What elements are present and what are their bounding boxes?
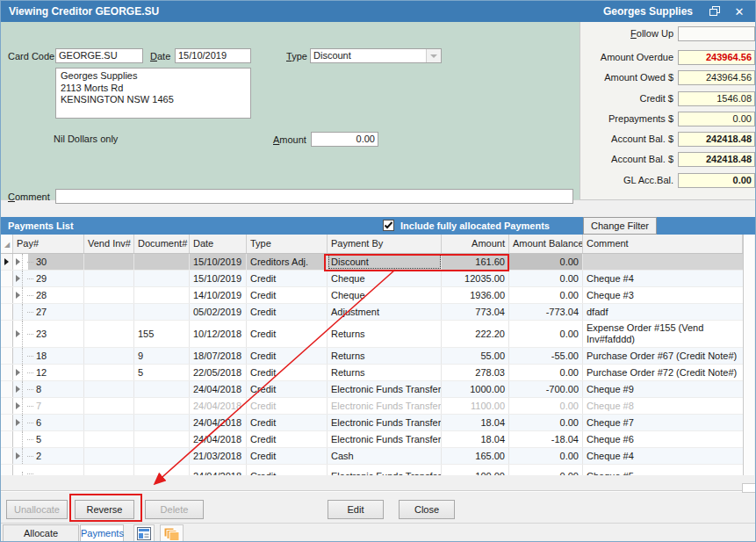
cell-date[interactable]: 24/04/2018 bbox=[190, 381, 247, 397]
include-allocated-checkbox[interactable] bbox=[383, 220, 394, 231]
cell-date[interactable]: 14/10/2019 bbox=[190, 287, 247, 303]
cell-document[interactable] bbox=[134, 448, 190, 464]
tab-allocate-payments[interactable]: Allocate Payments bbox=[3, 524, 79, 542]
payment-row-30[interactable]: 3015/10/2019Creditors Adj.Discount161.60… bbox=[1, 254, 754, 271]
expand-arrow-icon[interactable] bbox=[16, 275, 20, 282]
cell-amount[interactable]: 1000.00 bbox=[442, 381, 509, 397]
payment-row-12[interactable]: 12522/05/2018CreditReturns278.030.00Purc… bbox=[1, 365, 754, 381]
cell-document[interactable] bbox=[134, 415, 190, 430]
comment-field[interactable] bbox=[55, 189, 573, 204]
cell-document[interactable] bbox=[134, 398, 190, 414]
column-header-pay[interactable]: Pay# bbox=[13, 235, 84, 253]
cell-comment[interactable]: Purchase Order #67 (Credit Note#) bbox=[583, 348, 743, 364]
expand-arrow-icon[interactable] bbox=[16, 452, 20, 459]
cell-amount-balance[interactable]: -700.00 bbox=[509, 381, 583, 397]
cell-type[interactable]: Credit bbox=[247, 287, 328, 303]
cell-type[interactable]: Credit bbox=[247, 381, 328, 397]
cell-amount-balance[interactable]: 0.00 bbox=[509, 254, 583, 270]
cell-payment-by[interactable]: Discount bbox=[328, 254, 442, 270]
cell-document[interactable] bbox=[134, 304, 190, 320]
vertical-scrollbar[interactable] bbox=[743, 235, 754, 475]
payment-row-5[interactable]: 524/04/2018CreditElectronic Funds Transf… bbox=[1, 431, 754, 448]
cell-document[interactable] bbox=[134, 271, 190, 286]
cell-type[interactable]: Credit bbox=[247, 398, 328, 414]
cell-payment-by[interactable]: Returns bbox=[328, 321, 442, 347]
cell-vend-inv[interactable] bbox=[84, 348, 134, 364]
expand-arrow-icon[interactable] bbox=[16, 258, 20, 265]
address-box[interactable]: Georges Supplies 2113 Morts Rd KENSINGTO… bbox=[55, 68, 251, 119]
cell-vend-inv[interactable] bbox=[84, 398, 134, 414]
cell-comment[interactable]: Cheque #8 bbox=[583, 398, 743, 414]
cell-amount[interactable]: 12035.00 bbox=[442, 271, 509, 286]
cell-type[interactable]: Credit bbox=[247, 365, 328, 380]
cell-document[interactable] bbox=[134, 381, 190, 397]
cell-type[interactable]: Credit bbox=[247, 431, 328, 447]
cell-date[interactable]: 24/04/2018 bbox=[190, 415, 247, 430]
cell-date[interactable]: 24/04/2018 bbox=[190, 398, 247, 414]
cell-document[interactable] bbox=[134, 431, 190, 447]
reverse-button[interactable]: Reverse bbox=[75, 500, 134, 519]
cell-vend-inv[interactable] bbox=[84, 254, 134, 270]
column-header-vend-inv[interactable]: Vend Inv# bbox=[84, 235, 134, 253]
cell-amount-balance[interactable]: 0.00 bbox=[509, 448, 583, 464]
chevron-down-icon[interactable] bbox=[426, 49, 441, 62]
expand-arrow-icon[interactable] bbox=[16, 402, 20, 409]
cell-amount-balance[interactable]: 0.00 bbox=[509, 415, 583, 430]
expand-all-icon[interactable]: ◢ bbox=[1, 235, 13, 253]
cell-document[interactable]: 5 bbox=[134, 365, 190, 380]
cell-document[interactable] bbox=[134, 254, 190, 270]
cell-amount-balance[interactable]: 0.00 bbox=[509, 321, 583, 347]
cell-payment-by[interactable]: Electronic Funds Transfer bbox=[328, 431, 442, 447]
summary-field-credit[interactable]: 1546.08 bbox=[678, 91, 755, 106]
expand-arrow-icon[interactable] bbox=[16, 330, 20, 337]
cell-payment-by[interactable]: Cheque bbox=[328, 287, 442, 303]
cell-vend-inv[interactable] bbox=[84, 365, 134, 380]
cell-pay-number[interactable]: 5 bbox=[13, 431, 84, 447]
cell-amount[interactable]: 773.04 bbox=[442, 304, 509, 320]
cell-comment[interactable]: Cheque #7 bbox=[583, 415, 743, 430]
cell-payment-by[interactable]: Adjustment bbox=[328, 304, 442, 320]
cell-type[interactable]: Credit bbox=[247, 321, 328, 347]
cell-amount-balance[interactable]: -773.04 bbox=[509, 304, 583, 320]
cell-comment[interactable]: Cheque #4 bbox=[583, 448, 743, 464]
type-combobox[interactable]: Discount bbox=[310, 48, 442, 63]
expand-arrow-icon[interactable] bbox=[16, 419, 20, 426]
restore-window-button[interactable] bbox=[707, 4, 723, 19]
cell-payment-by[interactable]: Electronic Funds Transfer bbox=[328, 415, 442, 430]
column-header-payment-by[interactable]: Payment By bbox=[328, 235, 442, 253]
cell-date[interactable]: 24/04/2018 bbox=[190, 431, 247, 447]
summary-field-amount-owed[interactable]: 243964.56 bbox=[678, 70, 755, 85]
cell-payment-by[interactable]: Electronic Funds Transfer bbox=[328, 398, 442, 414]
summary-field-prepayments[interactable]: 0.00 bbox=[678, 112, 755, 126]
payment-row-18[interactable]: 18918/07/2018CreditReturns55.00-55.00Pur… bbox=[1, 348, 754, 365]
payment-row-8[interactable]: 824/04/2018CreditElectronic Funds Transf… bbox=[1, 381, 754, 398]
cell-type[interactable]: Creditors Adj. bbox=[247, 254, 328, 270]
cell-vend-inv[interactable] bbox=[84, 415, 134, 430]
cell-pay-number[interactable]: 8 bbox=[13, 381, 84, 397]
cell-amount[interactable]: 161.60 bbox=[442, 254, 509, 270]
cell-comment[interactable]: Purchase Order #72 (Credit Note#) bbox=[583, 365, 743, 380]
cell-amount-balance[interactable]: 0.00 bbox=[509, 465, 583, 475]
cell-date[interactable]: 15/10/2019 bbox=[190, 254, 247, 270]
cell-type[interactable]: Credit bbox=[247, 415, 328, 430]
cell-amount[interactable]: 18.04 bbox=[442, 415, 509, 430]
expand-arrow-icon[interactable] bbox=[16, 292, 20, 299]
edit-button[interactable]: Edit bbox=[328, 500, 384, 519]
cell-amount[interactable]: 278.03 bbox=[442, 365, 509, 380]
cell-amount-balance[interactable]: 0.00 bbox=[509, 271, 583, 286]
cell-date[interactable]: 05/02/2019 bbox=[190, 304, 247, 320]
cell-comment[interactable]: Cheque #5 bbox=[583, 465, 743, 475]
payment-row-29[interactable]: 2915/10/2019CreditCheque12035.000.00Cheq… bbox=[1, 271, 754, 287]
payment-row-7[interactable]: 724/04/2018CreditElectronic Funds Transf… bbox=[1, 398, 754, 415]
cell-comment[interactable]: Cheque #9 bbox=[583, 381, 743, 397]
cell-document[interactable] bbox=[134, 287, 190, 303]
column-header-amount[interactable]: Amount bbox=[442, 235, 509, 253]
cell-document[interactable]: 155 bbox=[134, 321, 190, 347]
column-header-comment[interactable]: Comment bbox=[583, 235, 743, 253]
cell-type[interactable]: Credit bbox=[247, 348, 328, 364]
cell-type[interactable]: Credit bbox=[247, 448, 328, 464]
cell-vend-inv[interactable] bbox=[84, 304, 134, 320]
payment-row-6[interactable]: 624/04/2018CreditElectronic Funds Transf… bbox=[1, 415, 754, 431]
cell-pay-number[interactable]: 18 bbox=[13, 348, 84, 364]
payment-row-partial[interactable]: 24/04/2018CreditElectronic Funds Transfe… bbox=[1, 465, 754, 475]
